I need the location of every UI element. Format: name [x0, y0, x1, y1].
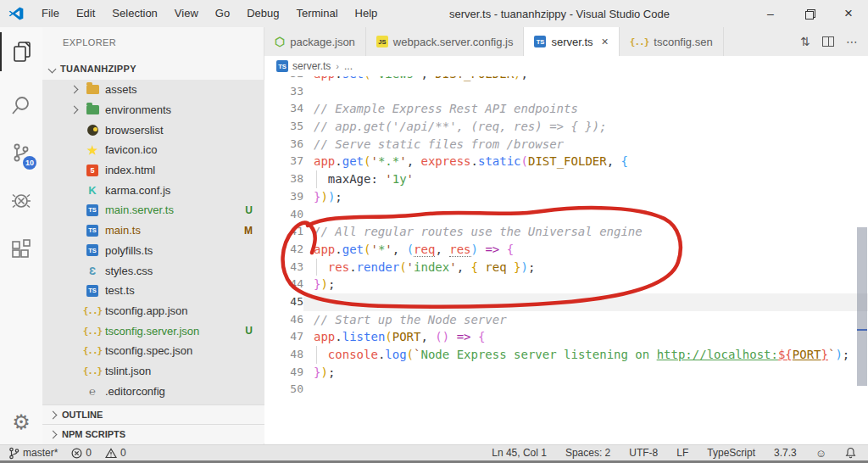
tab-package-json[interactable]: ⬡package.json [264, 27, 366, 56]
code-line-33: 33 [264, 83, 868, 101]
tab-label: webpack.server.config.js [393, 36, 514, 48]
tree-item-styles-css[interactable]: Ɛstyles.css [42, 260, 264, 281]
line-number: 50 [264, 381, 303, 399]
status-encoding[interactable]: UTF-8 [629, 447, 658, 459]
tree-item-tsconfig-spec-json[interactable]: {..}tsconfig.spec.json [42, 341, 264, 361]
chevron-right-icon [49, 430, 58, 438]
tree-item-index-html[interactable]: 5index.html [42, 160, 264, 181]
scrollbar-thumb[interactable] [857, 227, 867, 386]
scrollbar-current-line-marker [857, 329, 867, 331]
tree-item-karma-conf-js[interactable]: Kkarma.conf.js [42, 180, 264, 200]
tab-tsconfig-sen[interactable]: {..}tsconfig.sen [620, 27, 724, 56]
tree-item-test-ts[interactable]: TStest.ts [42, 281, 264, 301]
line-number: 34 [264, 100, 303, 118]
line-content [303, 83, 868, 101]
code-line-42: 42app.get('*', (req, res) => { [264, 241, 868, 259]
tree-item-tslint-json[interactable]: {..}tslint.json [42, 361, 264, 382]
line-number: 43 [264, 259, 303, 276]
menu-file[interactable]: File [33, 0, 68, 27]
line-number: 41 [264, 223, 303, 241]
menu-go[interactable]: Go [207, 0, 238, 27]
more-actions-icon[interactable]: ⋯ [846, 35, 858, 48]
code-line-44: 44}); [264, 276, 868, 293]
vscode-logo-icon [8, 5, 25, 22]
menu-terminal[interactable]: Terminal [287, 0, 346, 27]
tree-item-tsconfig-app-json[interactable]: {..}tsconfig.app.json [42, 301, 264, 321]
line-content: }); [303, 364, 868, 382]
sidebar-sections: OUTLINENPM SCRIPTS [42, 404, 264, 443]
activity-source-control-button[interactable]: 10 [0, 134, 42, 173]
status-language-mode[interactable]: TypeScript [707, 447, 755, 459]
line-number: 36 [264, 136, 303, 153]
tree-item-tsconfig-server-json[interactable]: {..}tsconfig.server.jsonU [42, 321, 264, 341]
close-button[interactable]: × [829, 0, 868, 27]
status-eol[interactable]: LF [676, 447, 688, 459]
activity-extensions-button[interactable] [0, 229, 42, 268]
feedback-smiley-icon[interactable]: ☺ [815, 447, 826, 460]
tab-webpack-server-config-js[interactable]: JSwebpack.server.config.js [366, 27, 525, 56]
project-header[interactable]: TUANANHZIPPY [42, 59, 264, 78]
tab-label: package.json [290, 36, 355, 48]
editor-tab-bar: ⬡package.jsonJSwebpack.server.config.jsT… [264, 27, 868, 56]
status-ts-version[interactable]: 3.7.3 [774, 447, 797, 459]
breadcrumb[interactable]: TS server.ts › ... [264, 56, 868, 76]
code-line-47: 47app.listen(PORT, () => { [264, 328, 868, 346]
file-name: tsconfig.spec.json [105, 344, 192, 357]
file-name: karma.conf.js [105, 184, 170, 197]
breadcrumb-more[interactable]: ... [344, 60, 353, 72]
code-editor[interactable]: 32app.set('views', DIST_FOLDER);3334// E… [264, 76, 868, 444]
file-name: main.ts [105, 224, 141, 237]
editor-actions: ⇅⋯ [788, 27, 868, 56]
ts-icon: TS [85, 225, 100, 237]
menu-edit[interactable]: Edit [68, 0, 103, 27]
menu-view[interactable]: View [166, 0, 207, 27]
tree-item-polyfills-ts[interactable]: TSpolyfills.ts [42, 241, 264, 261]
code-line-48: 48 console.log(`Node Express server list… [264, 346, 868, 364]
file-name: tsconfig.server.json [105, 325, 199, 337]
tab-close-icon[interactable]: × [602, 35, 609, 48]
line-number: 49 [264, 364, 303, 382]
section-npm-scripts[interactable]: NPM SCRIPTS [42, 424, 264, 443]
code-line-34: 34// Example Express Rest API endpoints [264, 100, 868, 118]
error-icon [71, 448, 82, 459]
activity-debug-button[interactable] [0, 181, 42, 220]
ts-icon: TS [534, 36, 546, 47]
sync-changes-icon[interactable]: ⇅ [800, 35, 810, 48]
tree-item-browserslist[interactable]: browserslist [42, 120, 264, 140]
status-warning[interactable]: 0 [105, 447, 126, 459]
json-icon: {..} [85, 345, 100, 356]
file-name: styles.css [105, 265, 153, 277]
section-label: OUTLINE [62, 410, 103, 420]
status-branch[interactable]: master* [8, 447, 58, 460]
menu-selection[interactable]: Selection [103, 0, 165, 27]
manage-gear-button[interactable]: ⚙ [0, 407, 42, 438]
activity-search-button[interactable] [0, 86, 42, 126]
menu-help[interactable]: Help [347, 0, 387, 27]
minimize-button[interactable]: – [751, 0, 790, 27]
restore-button[interactable] [790, 0, 829, 27]
folder-icon [85, 105, 100, 114]
menu-debug[interactable]: Debug [238, 0, 287, 27]
karma-icon: K [85, 184, 100, 197]
tab-server-ts[interactable]: TSserver.ts× [524, 27, 619, 56]
line-content: })); [303, 188, 868, 206]
status-error[interactable]: 0 [71, 447, 92, 459]
tree-item-assets[interactable]: assets [42, 80, 264, 100]
tree-item-main-server-ts[interactable]: TSmain.server.tsU [42, 200, 264, 220]
section-outline[interactable]: OUTLINE [42, 404, 264, 424]
tree-item-editorconfig[interactable]: ℮.editorconfig [42, 381, 264, 401]
status-cursor-position[interactable]: Ln 45, Col 1 [492, 447, 547, 459]
line-number: 38 [264, 170, 303, 188]
editor-scrollbar[interactable] [856, 76, 868, 444]
tree-item-main-ts[interactable]: TSmain.tsM [42, 220, 264, 241]
section-label: NPM SCRIPTS [62, 429, 125, 439]
tree-item-environments[interactable]: environments [42, 100, 264, 120]
folder-icon [85, 85, 100, 94]
split-editor-icon[interactable] [822, 36, 834, 47]
activity-explorer-button[interactable] [0, 32, 42, 71]
tree-item-favicon-ico[interactable]: ★favicon.ico [42, 140, 264, 160]
line-number: 32 [264, 76, 303, 83]
notifications-bell-icon[interactable] [845, 447, 856, 459]
line-number: 33 [264, 83, 303, 101]
status-indentation[interactable]: Spaces: 2 [565, 447, 610, 459]
